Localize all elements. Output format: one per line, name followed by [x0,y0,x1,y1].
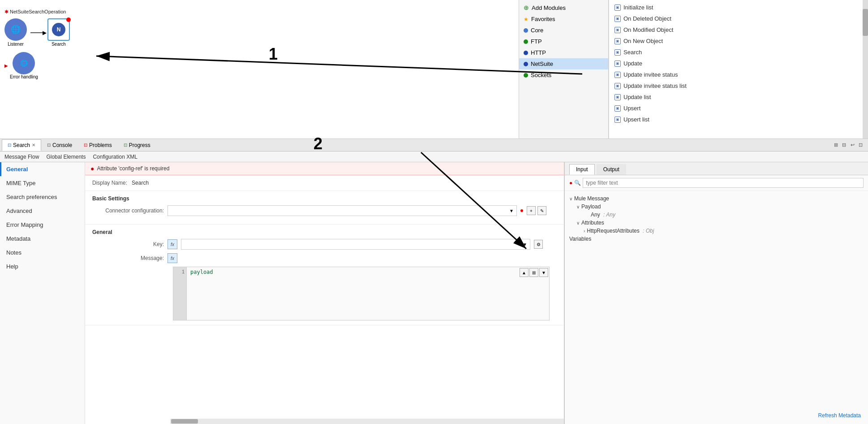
annotation-2: 2 [314,134,322,153]
http-attrs-label: HttpRequestAttributes [587,228,639,234]
ftp-dot [524,39,528,44]
http-dot [524,51,528,55]
tree-http-attrs[interactable]: › HttpRequestAttributes : Obj [569,227,864,235]
mule-filter-input[interactable] [583,178,864,188]
toolbar-icon-4[interactable]: ⊡ [857,141,865,149]
tree-mule-message[interactable]: ∨ Mule Message [569,195,864,203]
error-handling-row: ▶ 🌐 Error handling [4,52,70,79]
tab-console[interactable]: ⊡ Console [41,139,78,151]
module-core[interactable]: Core [519,25,608,36]
op-upsert[interactable]: ▣ Upsert [609,103,868,114]
toolbar-icon-3[interactable]: ↩ [849,141,856,149]
editor-down-button[interactable]: ▼ [539,268,548,277]
edit-connector-button[interactable]: ✎ [537,206,546,215]
key-dropdown-chevron-icon: ▼ [523,242,527,247]
op-update-invitee-status-list[interactable]: ▣ Update invitee status list [609,80,868,91]
tab-search-icon: ⊡ [8,143,11,147]
tab-toolbar: ⊞ ⊟ ↩ ⊡ [830,139,866,151]
editor-up-button[interactable]: ▲ [520,268,529,277]
tab-progress[interactable]: ⊡ Progress [118,139,156,151]
general-section-title: General [92,229,557,235]
editor-toolbar: ▲ ⊞ ▼ [520,268,548,277]
op-update[interactable]: ▣ Update [609,58,868,69]
tab-problems[interactable]: ⊡ Problems [78,139,118,151]
search-node[interactable]: N Search [47,18,70,47]
op-search[interactable]: ▣ Search [609,47,868,58]
canvas-area: ✱ NetSuiteSearchOperation 🌐 Listener ▶ N… [0,0,520,139]
op-initialize-list[interactable]: ▣ Initialize list [609,2,868,13]
add-connector-button[interactable]: + [527,206,536,215]
nav-general[interactable]: General [0,162,85,176]
message-fx-button[interactable]: fx [168,253,177,263]
tree-attributes[interactable]: ∨ Attributes [569,219,864,227]
operations-scrollbar[interactable] [863,0,868,138]
connector-config-dropdown[interactable]: ▼ [168,205,517,216]
op-update-invitee-status[interactable]: ▣ Update invitee status [609,69,868,80]
key-fx-button[interactable]: fx [168,239,177,249]
tab-search-close[interactable]: ✕ [32,143,35,147]
mf-message-flow[interactable]: Message Flow [4,154,39,160]
module-sockets[interactable]: Sockets [519,69,608,81]
nav-notes[interactable]: Notes [0,246,85,260]
op-icon-update-inv-list: ▣ [614,83,621,89]
module-netsuite[interactable]: NetSuite [519,58,608,69]
general-section: General Key: fx ▼ ⚙ Message: fx 1 payloa… [85,225,564,325]
key-input[interactable]: ▼ [181,239,530,250]
op-icon-update-inv: ▣ [614,72,621,78]
module-ftp[interactable]: FTP [519,36,608,47]
nav-help[interactable]: Help [0,260,85,273]
op-on-new-object[interactable]: ▣ On New Object [609,35,868,47]
message-label: Message: [92,255,164,261]
error-node-icon: 🌐 [13,52,35,74]
code-content[interactable]: payload [187,267,549,320]
sockets-dot [524,73,528,78]
right-panel: ⊕ Add Modules ★ Favorites Core FTP HTTP … [519,0,868,139]
mule-tab-output[interactable]: Output [597,164,626,175]
tree-variables[interactable]: Variables [569,235,864,243]
op-on-modified-object[interactable]: ▣ On Modified Object [609,24,868,35]
right-mule-panel: Input Output ● 🔍 ∨ Mule Message ∨ Payloa… [564,162,868,424]
toolbar-icon-2[interactable]: ⊟ [841,141,848,149]
scroll-thumb [863,9,868,36]
mf-configuration-xml[interactable]: Configuration XML [93,154,137,160]
tree-payload[interactable]: ∨ Payload [569,203,864,211]
module-http[interactable]: HTTP [519,47,608,58]
variables-label: Variables [569,236,591,242]
nav-advanced[interactable]: Advanced [0,204,85,218]
flow-items: 🌐 Listener ▶ N Search [4,18,70,47]
module-favorites[interactable]: ★ Favorites [519,13,608,25]
listener-node[interactable]: 🌐 Listener [4,18,27,47]
module-add-modules[interactable]: ⊕ Add Modules [519,2,608,13]
message-editor: 1 payload ▲ ⊞ ▼ [173,267,550,320]
mule-tab-input[interactable]: Input [569,164,595,175]
http-attrs-chevron-icon: › [584,229,585,234]
listener-icon: 🌐 [4,18,27,41]
connector-config-label: Connector configuration: [92,208,164,214]
op-update-list[interactable]: ▣ Update list [609,91,868,103]
tab-search[interactable]: ⊡ Search ✕ [2,139,41,151]
mf-global-elements[interactable]: Global Elements [46,154,86,160]
error-node[interactable]: 🌐 Error handling [10,52,38,79]
config-main: ● Attribute 'config-ref' is required Dis… [85,162,564,424]
nav-metadata[interactable]: Metadata [0,232,85,246]
module-list: ⊕ Add Modules ★ Favorites Core FTP HTTP … [519,0,609,138]
flow-title: ✱ NetSuiteSearchOperation [4,9,70,15]
error-arrow-icon: ▶ [4,63,8,68]
nav-error-mapping[interactable]: Error Mapping [0,218,85,232]
hscroll-thumb [171,419,198,424]
op-icon-update-list: ▣ [614,94,621,100]
nav-search-preferences[interactable]: Search preferences [0,190,85,204]
nav-mime-type[interactable]: MIME Type [0,176,85,190]
mule-tree: ∨ Mule Message ∨ Payload Any : Any ∨ Att… [565,191,868,247]
toolbar-icon-1[interactable]: ⊞ [832,141,840,149]
op-on-deleted-object[interactable]: ▣ On Deleted Object [609,13,868,24]
config-hscroll[interactable] [170,419,564,424]
op-upsert-list[interactable]: ▣ Upsert list [609,114,868,125]
display-name-value: Search [132,180,149,186]
netsuite-dot [524,62,528,66]
editor-expand-button[interactable]: ⊞ [529,268,538,277]
op-icon-search: ▣ [614,49,621,56]
key-settings-button[interactable]: ⚙ [534,240,543,249]
flow-arrow-1: ▶ [30,32,44,33]
refresh-metadata-button[interactable]: Refresh Metadata [818,412,861,419]
